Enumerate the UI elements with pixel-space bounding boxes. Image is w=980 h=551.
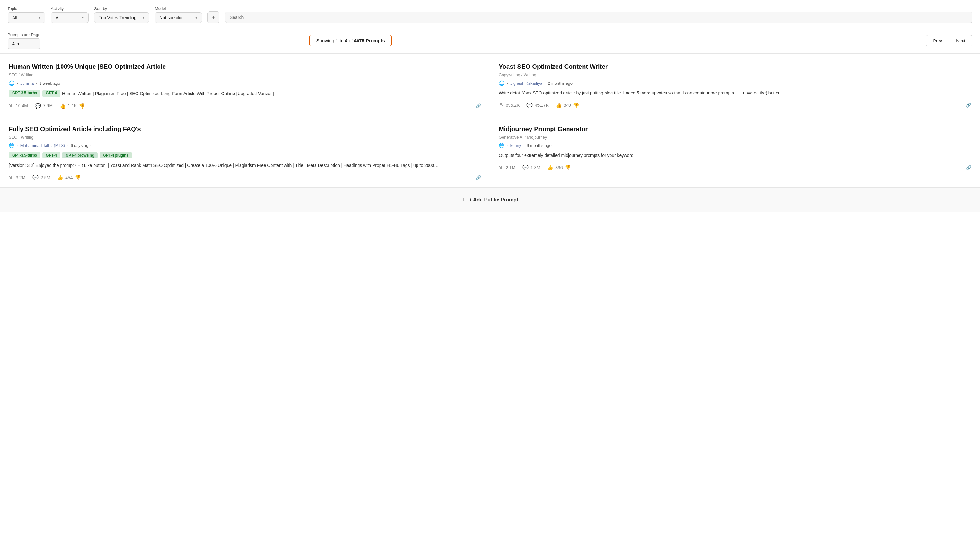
card-2-dot2: ·: [545, 81, 546, 86]
card-1-views: 👁 10.4M: [9, 103, 28, 109]
model-value: Not specific: [159, 15, 182, 20]
card-4-likes-val: 396: [555, 165, 563, 170]
sortby-value: Top Votes Trending: [99, 15, 137, 20]
card-4-eye-icon: 👁: [499, 165, 504, 170]
activity-chevron-icon: ▾: [82, 15, 84, 20]
card-4-dislike-icon: 👎: [565, 164, 571, 170]
per-page-value: 4: [12, 41, 15, 46]
card-1-dot2: ·: [36, 81, 37, 86]
activity-select[interactable]: All ▾: [51, 12, 89, 23]
add-filter-button[interactable]: +: [207, 11, 220, 23]
add-public-prompt-button[interactable]: + + Add Public Prompt: [462, 196, 518, 204]
card-3-eye-icon: 👁: [9, 175, 14, 180]
next-button[interactable]: Next: [949, 35, 972, 46]
add-prompt-label: + Add Public Prompt: [469, 197, 518, 203]
card-2-author[interactable]: Jignesh Kakadiya: [511, 81, 542, 86]
search-input[interactable]: [225, 12, 972, 23]
card-3-likes-val: 454: [65, 175, 73, 180]
sortby-chevron-icon: ▾: [143, 15, 145, 20]
card-3-like-icon: 👍: [57, 175, 64, 180]
card-3-stats: 👁 3.2M 💬 2.5M 👍 454 👎 🔗: [9, 175, 481, 180]
card-1-tag-gpt4: GPT-4: [42, 90, 60, 97]
card-3-desc: [Version: 3.2] Enjoyed the prompt? Hit L…: [9, 162, 481, 169]
card-2-comment-icon: 💬: [527, 102, 533, 108]
card-4-comments-val: 1.3M: [530, 165, 540, 170]
card-2-likes-val: 840: [564, 103, 571, 108]
card-1-dot: ·: [17, 81, 18, 86]
model-select[interactable]: Not specific ▾: [155, 12, 202, 23]
card-4-author[interactable]: kenny: [511, 143, 522, 148]
card-3-category: SEO / Writing: [9, 135, 481, 140]
card-2-link[interactable]: 🔗: [966, 103, 971, 108]
card-2-like-icon: 👍: [555, 102, 562, 108]
card-1-link[interactable]: 🔗: [476, 103, 481, 108]
card-3-link-icon: 🔗: [476, 175, 481, 180]
showing-badge: Showing 1 to 4 of 4675 Prompts: [309, 35, 392, 46]
topic-select[interactable]: All ▾: [8, 12, 45, 23]
card-2-globe-icon: 🌐: [499, 80, 505, 86]
card-2-title: Yoast SEO Optimized Content Writer: [499, 62, 971, 71]
card-4-dot: ·: [507, 143, 508, 148]
prompt-card-3: Fully SEO Optimized Article including FA…: [0, 116, 490, 188]
model-filter-group: Model Not specific ▾: [155, 6, 202, 23]
card-3-title: Fully SEO Optimized Article including FA…: [9, 125, 481, 133]
card-3-tag-gpt4p: GPT-4 plugins: [100, 152, 132, 159]
card-2-stats: 👁 695.2K 💬 451.7K 👍 840 👎 🔗: [499, 102, 971, 108]
card-1-globe-icon: 🌐: [9, 80, 15, 86]
card-2-views-val: 695.2K: [506, 103, 520, 108]
card-4-link-icon: 🔗: [966, 165, 971, 170]
card-3-dot: ·: [17, 143, 18, 148]
card-2-link-icon: 🔗: [966, 103, 971, 108]
card-2-views: 👁 695.2K: [499, 102, 520, 108]
card-1-meta: 🌐 · Jumma · 1 week ago: [9, 80, 481, 86]
card-2-comments: 💬 451.7K: [527, 102, 548, 108]
sortby-label: Sort by: [94, 6, 149, 11]
card-4-stats: 👁 2.1M 💬 1.3M 👍 396 👎 🔗: [499, 164, 971, 170]
card-3-tag-gpt4: GPT-4: [42, 152, 60, 159]
card-2-desc: Write detail YoastSEO optimized article …: [499, 90, 971, 97]
card-3-comment-icon: 💬: [32, 175, 38, 180]
card-1-desc-inline: Human Written | Plagiarism Free | SEO Op…: [62, 91, 274, 97]
card-1-tags: GPT-3.5-turbo GPT-4 Human Written | Plag…: [9, 90, 481, 97]
prev-button[interactable]: Prev: [926, 35, 949, 46]
topic-label: Topic: [8, 6, 45, 11]
card-3-views-val: 3.2M: [16, 175, 25, 180]
sortby-filter-group: Sort by Top Votes Trending ▾: [94, 6, 149, 23]
card-1-time: 1 week ago: [39, 81, 60, 86]
card-3-comments-val: 2.5M: [40, 175, 50, 180]
per-page-label: Prompts per Page: [8, 32, 40, 37]
card-4-dot2: ·: [523, 143, 525, 148]
card-1-link-icon: 🔗: [476, 103, 481, 108]
add-plus-icon: +: [462, 196, 466, 204]
sortby-select[interactable]: Top Votes Trending ▾: [94, 12, 149, 23]
per-page-select[interactable]: 4 ▾: [8, 38, 40, 49]
search-box: [225, 12, 972, 23]
card-1-tag-gpt35: GPT-3.5-turbo: [9, 90, 40, 97]
card-4-link[interactable]: 🔗: [966, 165, 971, 170]
card-2-time: 2 months ago: [548, 81, 573, 86]
card-2-likes: 👍 840 👎: [555, 102, 579, 108]
add-prompt-row[interactable]: + + Add Public Prompt: [0, 187, 980, 213]
card-3-likes: 👍 454 👎: [57, 175, 81, 180]
card-1-comments: 💬 7.9M: [35, 103, 53, 109]
card-2-meta: 🌐 · Jignesh Kakadiya · 2 months ago: [499, 80, 971, 86]
card-1-comments-val: 7.9M: [43, 103, 53, 108]
topic-chevron-icon: ▾: [38, 15, 40, 20]
card-1-category: SEO / Writing: [9, 73, 481, 77]
pagination-controls: Prev Next: [926, 35, 972, 46]
card-2-dot: ·: [507, 81, 508, 86]
card-2-dislike-icon: 👎: [573, 102, 579, 108]
card-3-author[interactable]: Muhammad Talha (MTS): [21, 143, 65, 148]
card-4-comment-icon: 💬: [522, 164, 528, 170]
card-4-comments: 💬 1.3M: [522, 164, 540, 170]
card-4-globe-icon: 🌐: [499, 143, 505, 148]
card-1-stats: 👁 10.4M 💬 7.9M 👍 1.1K 👎 🔗: [9, 103, 481, 109]
prompt-card-2: Yoast SEO Optimized Content Writer Copyw…: [490, 54, 980, 116]
card-1-title: Human Written |100% Unique |SEO Optimize…: [9, 62, 481, 71]
card-3-views: 👁 3.2M: [9, 175, 25, 180]
card-2-category: Copywriting / Writing: [499, 73, 971, 77]
card-3-link[interactable]: 🔗: [476, 175, 481, 180]
per-page-group: Prompts per Page 4 ▾: [8, 32, 40, 49]
card-1-author[interactable]: Jumma: [21, 81, 34, 86]
card-3-meta: 🌐 · Muhammad Talha (MTS) · 6 days ago: [9, 143, 481, 148]
